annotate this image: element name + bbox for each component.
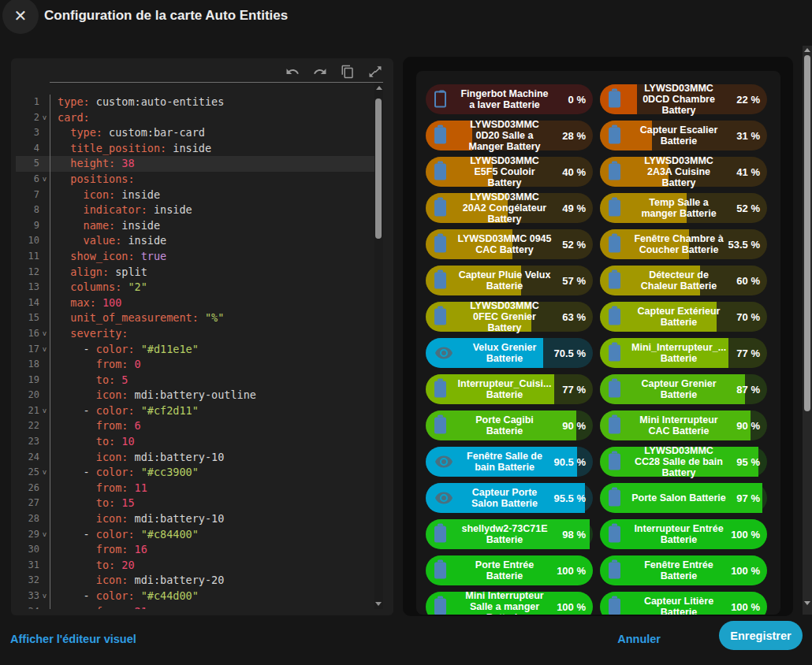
code-line[interactable]: 34 from: 21 xyxy=(16,604,374,609)
code-line[interactable]: 9 name: inside xyxy=(16,218,374,234)
code-line[interactable]: 22 from: 6 xyxy=(16,418,374,434)
show-visual-editor-link[interactable]: Afficher l'éditeur visuel xyxy=(10,633,136,645)
code-line[interactable]: 11 show_icon: true xyxy=(16,249,374,265)
code-text[interactable]: positions: xyxy=(50,172,374,188)
close-icon[interactable]: ✕ xyxy=(2,0,39,34)
code-text[interactable]: from: 11 xyxy=(50,481,374,496)
undo-icon[interactable] xyxy=(285,65,300,79)
code-line[interactable]: 29v - color: "#c84400" xyxy=(16,527,374,543)
code-line[interactable]: 7 icon: inside xyxy=(16,188,374,203)
code-line[interactable]: 31 to: 20 xyxy=(16,558,374,574)
code-text[interactable]: icon: inside xyxy=(50,188,374,203)
code-text[interactable]: indicator: inside xyxy=(50,202,374,218)
code-line[interactable]: 33v - color: "#c44d00" xyxy=(16,589,374,604)
code-text[interactable]: from: 21 xyxy=(50,604,374,609)
fold-caret-icon[interactable]: v xyxy=(39,110,50,126)
code-text[interactable]: to: 5 xyxy=(50,373,374,388)
redo-icon[interactable] xyxy=(313,65,327,79)
fold-caret-icon[interactable]: v xyxy=(39,342,50,358)
fold-caret-icon[interactable]: v xyxy=(39,465,50,481)
code-text[interactable]: to: 10 xyxy=(50,434,374,450)
code-line[interactable]: 18 from: 0 xyxy=(16,357,374,373)
code-text[interactable]: - color: "#cc3900" xyxy=(50,465,374,481)
code-text[interactable]: to: 15 xyxy=(50,496,374,511)
code-line[interactable]: 5 height: 38 xyxy=(16,156,374,172)
code-text[interactable]: max: 100 xyxy=(50,295,374,311)
code-text[interactable]: value: inside xyxy=(50,233,374,249)
code-text[interactable]: icon: mdi:battery-10 xyxy=(50,511,374,527)
code-line[interactable]: 17v - color: "#d11e1e" xyxy=(16,342,374,358)
code-text[interactable]: type: custom:auto-entities xyxy=(50,95,374,110)
code-text[interactable]: icon: mdi:battery-20 xyxy=(50,573,374,589)
code-text[interactable]: severity: xyxy=(50,326,374,342)
code-text[interactable]: height: 38 xyxy=(50,156,374,172)
code-text[interactable]: unit_of_measurement: "%" xyxy=(50,310,374,326)
fold-spacer xyxy=(39,511,50,527)
code-line[interactable]: 19 to: 5 xyxy=(16,373,374,388)
code-text[interactable]: name: inside xyxy=(50,218,374,234)
code-line[interactable]: 6v positions: xyxy=(16,172,374,188)
code-line[interactable]: 12 align: split xyxy=(16,265,374,280)
window-scrollbar-thumb[interactable] xyxy=(804,55,810,411)
code-text[interactable]: icon: mdi:battery-10 xyxy=(50,450,374,466)
code-line[interactable]: 32 icon: mdi:battery-20 xyxy=(16,573,374,589)
code-line[interactable]: 23 to: 10 xyxy=(16,434,374,450)
code-text[interactable]: icon: mdi:battery-outline xyxy=(50,388,374,403)
code-line[interactable]: 26 from: 11 xyxy=(16,481,374,496)
code-text[interactable]: from: 0 xyxy=(50,357,374,373)
code-line[interactable]: 25v - color: "#cc3900" xyxy=(16,465,374,481)
code-line[interactable]: 14 max: 100 xyxy=(16,295,374,311)
code-line[interactable]: 15 unit_of_measurement: "%" xyxy=(16,310,374,326)
code-text[interactable]: from: 6 xyxy=(50,418,374,434)
fold-caret-icon[interactable]: v xyxy=(39,326,50,342)
code-line[interactable]: 27 to: 15 xyxy=(16,496,374,511)
code-text[interactable]: to: 20 xyxy=(50,558,374,574)
code-line[interactable]: 24 icon: mdi:battery-10 xyxy=(16,450,374,466)
code-line[interactable]: 1type: custom:auto-entities xyxy=(16,95,374,110)
code-text[interactable]: - color: "#c44d00" xyxy=(50,589,374,604)
scroll-down-icon[interactable] xyxy=(375,602,382,606)
code-text[interactable]: align: split xyxy=(50,265,374,280)
code-text[interactable]: card: xyxy=(50,110,374,126)
editor-scrollbar-thumb[interactable] xyxy=(375,98,382,239)
battery-icon xyxy=(434,164,446,180)
code-text[interactable]: type: custom:bar-card xyxy=(50,125,374,141)
code-line[interactable]: 21v - color: "#cf2d11" xyxy=(16,403,374,419)
code-line[interactable]: 30 from: 16 xyxy=(16,542,374,558)
scroll-down-icon[interactable] xyxy=(804,601,810,605)
battery-card: Fenêtre Salle de bain Batterie90.5 % xyxy=(426,447,593,477)
expand-icon[interactable] xyxy=(368,65,382,79)
entity-value: 40 % xyxy=(562,166,586,178)
scroll-up-icon[interactable] xyxy=(376,86,382,90)
copy-icon[interactable] xyxy=(341,65,355,79)
window-scrollbar[interactable] xyxy=(803,46,812,615)
code-lines[interactable]: 1type: custom:auto-entities2vcard:3 type… xyxy=(16,83,374,609)
fold-caret-icon[interactable]: v xyxy=(39,527,50,543)
scroll-up-icon[interactable] xyxy=(804,48,810,52)
code-text[interactable]: columns: "2" xyxy=(50,280,374,295)
code-line[interactable]: 2vcard: xyxy=(16,110,374,126)
code-line[interactable]: 8 indicator: inside xyxy=(16,202,374,218)
code-line[interactable]: 16v severity: xyxy=(16,326,374,342)
cancel-button[interactable]: Annuler xyxy=(617,633,661,645)
code-line[interactable]: 28 icon: mdi:battery-10 xyxy=(16,511,374,527)
fold-caret-icon[interactable]: v xyxy=(39,172,50,188)
code-line[interactable]: 13 columns: "2" xyxy=(16,280,374,295)
code-text[interactable]: - color: "#d11e1e" xyxy=(50,342,374,358)
code-text[interactable]: title_position: inside xyxy=(50,141,374,157)
editor-scrollbar[interactable] xyxy=(374,83,383,609)
entity-name: LYWSD03MMC 0945 CAC Battery xyxy=(457,233,552,255)
battery-card: Mini Interrupteur CAC Batterie90 % xyxy=(600,411,767,440)
code-line[interactable]: 20 icon: mdi:battery-outline xyxy=(16,388,374,403)
fold-caret-icon[interactable]: v xyxy=(39,589,50,604)
yaml-code-editor[interactable]: 1type: custom:auto-entities2vcard:3 type… xyxy=(16,82,383,609)
code-text[interactable]: - color: "#cf2d11" xyxy=(50,403,374,419)
code-text[interactable]: show_icon: true xyxy=(50,249,374,265)
code-line[interactable]: 10 value: inside xyxy=(16,233,374,249)
code-text[interactable]: - color: "#c84400" xyxy=(50,527,374,543)
fold-caret-icon[interactable]: v xyxy=(39,403,50,419)
code-line[interactable]: 3 type: custom:bar-card xyxy=(16,125,374,141)
code-text[interactable]: from: 16 xyxy=(50,542,374,558)
code-line[interactable]: 4 title_position: inside xyxy=(16,141,374,157)
save-button[interactable]: Enregistrer xyxy=(719,621,803,650)
